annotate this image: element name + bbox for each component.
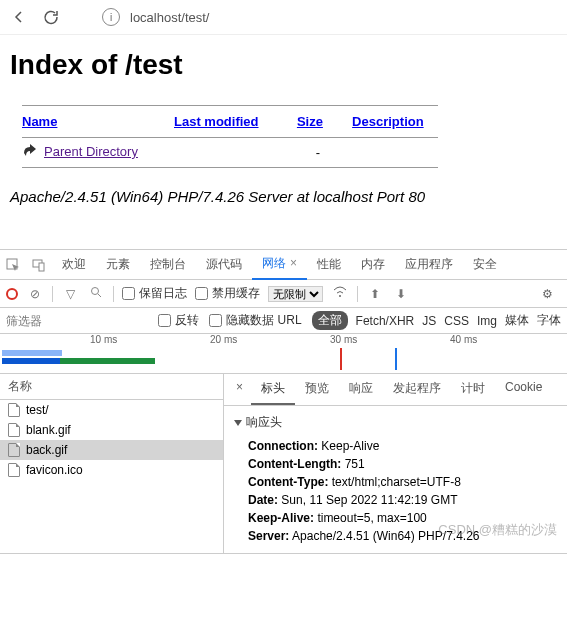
site-info-icon[interactable]: i [102, 8, 120, 26]
svg-rect-2 [39, 263, 44, 271]
detail-tab-response[interactable]: 响应 [339, 374, 383, 405]
filter-all[interactable]: 全部 [312, 311, 348, 330]
tab-elements[interactable]: 元素 [96, 250, 140, 279]
wifi-icon[interactable] [331, 286, 349, 301]
col-desc[interactable]: Description [352, 114, 424, 129]
request-list: 名称 test/ blank.gif back.gif favicon.ico [0, 374, 224, 553]
throttle-select[interactable]: 无限制 [268, 286, 323, 302]
filter-fetch[interactable]: Fetch/XHR [356, 314, 415, 328]
devtools-main-tabs: 欢迎 元素 控制台 源代码 网络× 性能 内存 应用程序 安全 [0, 250, 567, 280]
inspect-icon[interactable] [0, 258, 26, 272]
tab-welcome[interactable]: 欢迎 [52, 250, 96, 279]
filter-css[interactable]: CSS [444, 314, 469, 328]
url-text[interactable]: localhost/test/ [130, 10, 210, 25]
network-toolbar: ⊘ ▽ 保留日志 禁用缓存 无限制 ⬆ ⬇ ⚙ [0, 280, 567, 308]
tab-network[interactable]: 网络× [252, 249, 307, 280]
browser-address-bar: i localhost/test/ [0, 0, 567, 35]
file-icon [8, 403, 20, 417]
request-item[interactable]: blank.gif [0, 420, 223, 440]
clear-button[interactable]: ⊘ [26, 287, 44, 301]
time-tick: 40 ms [450, 334, 477, 345]
col-size[interactable]: Size [297, 114, 323, 129]
device-toggle-icon[interactable] [26, 258, 52, 272]
file-icon [8, 423, 20, 437]
close-icon[interactable]: × [290, 256, 297, 270]
upload-icon[interactable]: ⬆ [366, 287, 384, 301]
preserve-log-checkbox[interactable]: 保留日志 [122, 285, 187, 302]
filter-img[interactable]: Img [477, 314, 497, 328]
request-item[interactable]: test/ [0, 400, 223, 420]
file-icon [8, 463, 20, 477]
tab-memory[interactable]: 内存 [351, 250, 395, 279]
detail-tab-initiator[interactable]: 发起程序 [383, 374, 451, 405]
detail-tab-headers[interactable]: 标头 [251, 374, 295, 405]
col-modified[interactable]: Last modified [174, 114, 259, 129]
parent-size: - [287, 142, 340, 163]
response-headers-section[interactable]: 响应头 [234, 414, 557, 431]
detail-close-button[interactable]: × [228, 374, 251, 405]
page-content: Index of /test Name Last modified Size D… [0, 35, 567, 219]
file-icon [8, 443, 20, 457]
header-row: Content-Type: text/html;charset=UTF-8 [234, 473, 557, 491]
request-item[interactable]: favicon.ico [0, 460, 223, 480]
tab-security[interactable]: 安全 [463, 250, 507, 279]
search-icon[interactable] [87, 286, 105, 301]
tab-application[interactable]: 应用程序 [395, 250, 463, 279]
time-tick: 30 ms [330, 334, 357, 345]
server-signature: Apache/2.4.51 (Win64) PHP/7.4.26 Server … [10, 188, 557, 205]
filter-font[interactable]: 字体 [537, 312, 561, 329]
header-row: Date: Sun, 11 Sep 2022 11:42:19 GMT [234, 491, 557, 509]
request-item[interactable]: back.gif [0, 440, 223, 460]
timeline[interactable]: 10 ms 20 ms 30 ms 40 ms [0, 334, 567, 374]
filter-media[interactable]: 媒体 [505, 312, 529, 329]
download-icon[interactable]: ⬇ [392, 287, 410, 301]
header-row: Content-Length: 751 [234, 455, 557, 473]
filter-input[interactable] [6, 314, 126, 328]
filter-toggle-icon[interactable]: ▽ [61, 287, 79, 301]
filter-bar: 反转 隐藏数据 URL 全部 Fetch/XHR JS CSS Img 媒体 字… [0, 308, 567, 334]
page-title: Index of /test [10, 49, 557, 81]
detail-tab-preview[interactable]: 预览 [295, 374, 339, 405]
detail-tab-cookies[interactable]: Cookie [495, 374, 552, 405]
disable-cache-checkbox[interactable]: 禁用缓存 [195, 285, 260, 302]
svg-point-5 [339, 295, 341, 297]
invert-checkbox[interactable]: 反转 [158, 312, 199, 329]
settings-icon[interactable]: ⚙ [534, 287, 561, 301]
parent-directory-link[interactable]: Parent Directory [44, 144, 138, 159]
filter-js[interactable]: JS [422, 314, 436, 328]
chevron-down-icon [234, 420, 242, 426]
directory-listing: Name Last modified Size Description Pare… [10, 101, 450, 172]
time-tick: 10 ms [90, 334, 117, 345]
hide-data-url-checkbox[interactable]: 隐藏数据 URL [209, 312, 301, 329]
time-tick: 20 ms [210, 334, 237, 345]
back-button[interactable] [8, 6, 30, 28]
tab-performance[interactable]: 性能 [307, 250, 351, 279]
reload-button[interactable] [40, 6, 62, 28]
svg-line-4 [98, 294, 101, 297]
header-row: Connection: Keep-Alive [234, 437, 557, 455]
record-button[interactable] [6, 288, 18, 300]
tab-console[interactable]: 控制台 [140, 250, 196, 279]
parent-folder-icon [22, 144, 40, 161]
name-column-header[interactable]: 名称 [0, 374, 223, 400]
svg-point-3 [92, 288, 99, 295]
tab-sources[interactable]: 源代码 [196, 250, 252, 279]
detail-tab-timing[interactable]: 计时 [451, 374, 495, 405]
watermark: CSDN @糟糕的沙漠 [438, 521, 557, 539]
col-name[interactable]: Name [22, 114, 57, 129]
devtools-panel: 欢迎 元素 控制台 源代码 网络× 性能 内存 应用程序 安全 ⊘ ▽ 保留日志… [0, 249, 567, 554]
